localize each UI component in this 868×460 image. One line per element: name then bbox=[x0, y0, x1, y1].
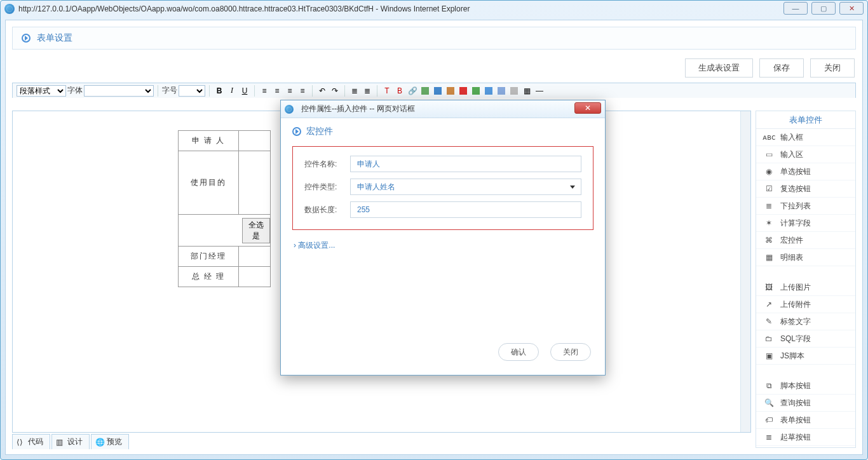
label-control-type: 控件类型: bbox=[304, 182, 350, 193]
dialog-section-header: 宏控件 bbox=[292, 126, 593, 137]
window-maximize-button[interactable]: ▢ bbox=[811, 2, 836, 15]
label-data-length: 数据长度: bbox=[304, 205, 350, 215]
window-title: http://127.0.0.1/OAapp/WebObjects/OAapp.… bbox=[18, 4, 864, 13]
dialog-titlebar[interactable]: 控件属性--插入控件 -- 网页对话框 ✕ bbox=[281, 100, 605, 118]
ie-icon bbox=[4, 4, 15, 14]
window-close-button[interactable]: ✕ bbox=[839, 2, 864, 15]
window-titlebar: http://127.0.0.1/OAapp/WebObjects/OAapp.… bbox=[1, 1, 867, 17]
dialog-title: 控件属性--插入控件 -- 网页对话框 bbox=[301, 104, 415, 114]
select-control-type[interactable]: 申请人姓名 bbox=[350, 179, 581, 195]
dialog-cancel-button[interactable]: 关闭 bbox=[550, 343, 591, 361]
input-data-length[interactable] bbox=[350, 201, 581, 218]
dialog-close-x-button[interactable]: ✕ bbox=[574, 102, 601, 114]
control-property-dialog: 控件属性--插入控件 -- 网页对话框 ✕ 宏控件 控件名称: bbox=[280, 100, 606, 375]
label-control-name: 控件名称: bbox=[304, 159, 350, 170]
window-minimize-button[interactable]: ― bbox=[783, 2, 808, 15]
dialog-ok-button[interactable]: 确认 bbox=[498, 343, 539, 361]
input-control-name[interactable] bbox=[350, 156, 581, 172]
arrow-circle-icon bbox=[292, 127, 301, 136]
ie-icon bbox=[285, 105, 294, 114]
dialog-form-box: 控件名称: 控件类型: 申请人姓名 数据长度: bbox=[292, 146, 593, 230]
advanced-settings-link[interactable]: 高级设置... bbox=[294, 240, 335, 251]
